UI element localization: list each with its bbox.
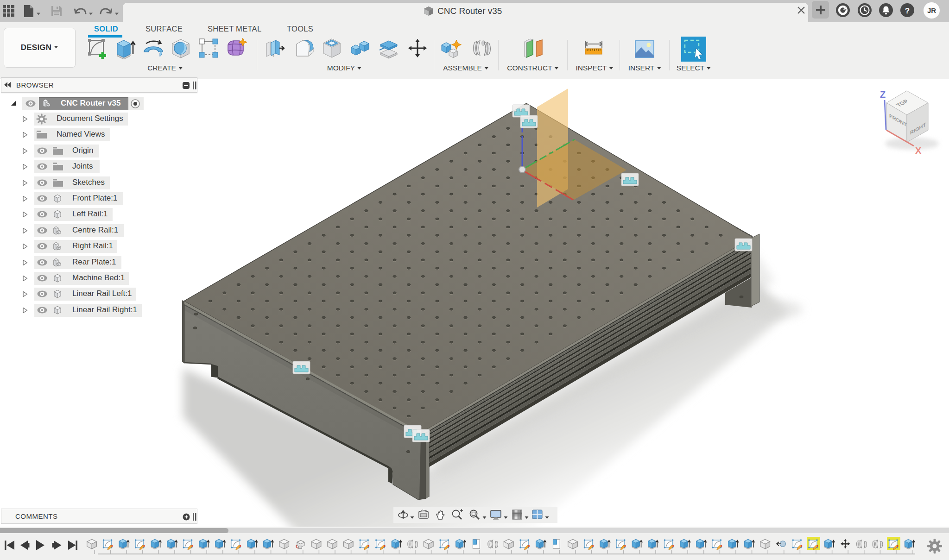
svg-text:?: ?: [905, 6, 910, 15]
svg-text:X: X: [915, 145, 922, 156]
svg-text:Z: Z: [880, 89, 886, 100]
